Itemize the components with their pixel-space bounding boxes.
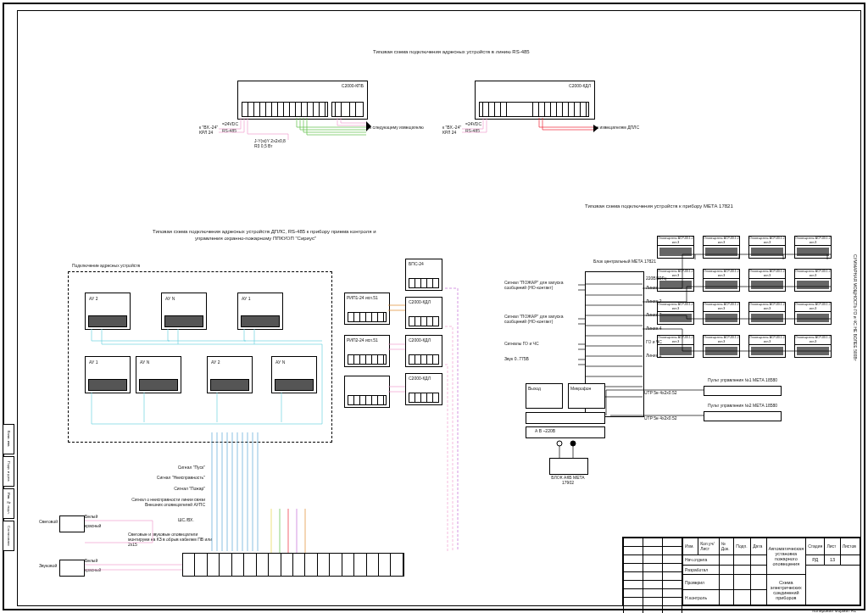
tb-h: Лист	[825, 538, 840, 555]
label: С2000-КДЛ	[409, 337, 431, 343]
amplifier: Оповещатель АСР-03.1.2 исп.3	[748, 269, 786, 292]
au-label: АУ 1	[89, 359, 97, 365]
revision-table	[622, 537, 683, 606]
rip-1: РИП1-24 исп.51	[344, 293, 390, 325]
amplifier-grid: Оповещатель АСР-03.1.2 исп.3Оповещатель …	[657, 236, 835, 368]
tb-project: Автоматическая установка пожарного опове…	[766, 538, 806, 575]
akb-block	[549, 458, 588, 475]
rip-label: РИП1-24 исп.51	[347, 295, 378, 300]
amplifier: Оповещатель АСР-03.1.2 исп.3	[703, 269, 740, 292]
au-label: АУ 2	[211, 359, 220, 365]
sounder-box	[59, 560, 85, 577]
edge-tab: Подп. и дата	[3, 456, 14, 487]
amplifier: Оповещатель АСР-03.1.2 исп.3	[794, 269, 832, 292]
kdl-1: С2000-КДЛ	[405, 297, 442, 329]
drawing-sheet: Взам. инв. Подп. и дата Инв. № подл. Сог…	[0, 0, 868, 613]
tb-role: Разработал	[683, 565, 720, 575]
long-terminal	[182, 553, 404, 577]
au-box: АУ 1	[237, 293, 283, 330]
central-note: Сигналы ГО и ЧС	[504, 341, 581, 346]
amp-label: Оповещатель АСР-03.1.2 исп.3	[704, 270, 739, 279]
label: Звуковой	[39, 563, 57, 568]
au-label: АУ N	[165, 296, 175, 301]
amplifier: Оповещатель АСР-03.1.2 исп.3	[657, 269, 694, 292]
terminal	[409, 354, 439, 365]
group-caption: Подключение адресных устройств	[72, 263, 140, 268]
amplifier: Оповещатель АСР-03.1.2 исп.3	[794, 236, 832, 259]
tb-col: Подп.	[734, 538, 751, 555]
au-box: АУ 1	[85, 356, 131, 393]
terminal	[409, 393, 439, 403]
device-s2000-kpb: С2000-КПБ	[237, 81, 368, 120]
terminal	[88, 379, 127, 391]
au-box: АУ 2	[207, 356, 253, 393]
amplifier: Оповещатель АСР-03.1.2 исп.3	[794, 335, 832, 358]
title-block: Изм. Кол.уч/Лист № Док. Подп. Дата Автом…	[682, 537, 861, 606]
label: С2000-КДЛ	[409, 376, 431, 381]
label: А В ~220В	[535, 428, 555, 433]
note-70: Световые и звуковые оповещатели монтируе…	[128, 532, 213, 547]
terminal	[348, 312, 387, 322]
central-title: Блок центральный МЕТА 17821	[591, 259, 659, 264]
terminal-strip	[479, 102, 589, 117]
amp-label: Оповещатель АСР-03.1.2 исп.3	[795, 237, 831, 246]
kdl-2: С2000-КДЛ	[405, 335, 442, 367]
device-label: С2000-КПБ	[342, 83, 364, 88]
terminal	[409, 316, 439, 326]
device-s2000-kdl: С2000-КДЛ	[475, 81, 595, 120]
signal-label: Сигнал "Пожар"	[112, 486, 205, 491]
terminal	[210, 379, 249, 391]
tb-col: Кол.уч/Лист	[698, 538, 720, 555]
amplifier: Оповещатель АСР-03.1.2 исп.3	[703, 335, 740, 358]
tb-sheet: 13	[825, 554, 840, 565]
terminal	[348, 395, 387, 405]
label: RS-485	[465, 128, 480, 133]
tb-role: Нач.отдела	[683, 554, 720, 565]
amp-label: Оповещатель АСР-03.1.2 исп.3	[704, 336, 739, 345]
tb-doc: Схема электрических соединений приборов	[766, 575, 806, 605]
label: Выход	[528, 386, 541, 391]
label: красный	[85, 523, 101, 528]
led-box	[59, 515, 85, 532]
pult1-box	[704, 386, 782, 396]
tb-h: Стадия	[806, 538, 825, 555]
au-label: АУ 2	[89, 296, 97, 301]
amp-label: Оповещатель АСР-03.1.2 исп.3	[749, 336, 785, 345]
au-box: АУ N	[161, 293, 207, 330]
central-note: Звук 0..775В	[504, 356, 581, 361]
note: к извещателям ДПЛС	[597, 125, 639, 130]
signal-label: Внешних оповещателей АУПС	[95, 502, 205, 507]
format-note: Копировал Формат А1	[812, 608, 856, 613]
tb-col: Изм.	[683, 538, 698, 555]
au-box: АУ N	[136, 356, 181, 393]
pult-label: Пульт управления №2 МЕТА 18580	[708, 403, 777, 408]
tb-col: № Док.	[719, 538, 734, 555]
terminal	[88, 315, 127, 327]
tb-stage: РД	[806, 554, 825, 565]
label: =24VDC	[222, 121, 238, 126]
label: Световой	[39, 519, 58, 524]
amp-label: Оповещатель АСР-03.1.2 исп.3	[795, 336, 831, 345]
terminal-strip	[331, 102, 364, 117]
amp-label: Оповещатель АСР-03.1.2 исп.3	[658, 270, 693, 279]
kdl-3: С2000-КДЛ	[405, 373, 442, 405]
au-box: АУ 2	[85, 293, 131, 330]
amplifier: Оповещатель АСР-03.1.2 исп.3	[657, 302, 694, 325]
signal-label: Сигнал "Неисправность"	[112, 475, 205, 480]
au-label: АУ N	[140, 359, 149, 365]
aux-bus	[526, 412, 605, 424]
tb-h: Листов	[840, 538, 860, 555]
label: КРЛ 24	[199, 130, 213, 135]
amplifier: Оповещатель АСР-03.1.2 исп.3	[748, 335, 786, 358]
section-title-mid-2: управления охранно-пожарному ППКУОП "Сир…	[195, 236, 316, 241]
amp-label: Оповещатель АСР-03.1.2 исп.3	[658, 303, 693, 312]
amplifier: Оповещатель АСР-03.1.2 исп.3	[657, 335, 694, 358]
amplifier: Оповещатель АСР-03.1.2 исп.3	[794, 302, 832, 325]
aux-mic: Микрофон	[568, 383, 605, 409]
utp-label: UTP 5e 4x2x0.52	[644, 415, 677, 421]
edge-tab: Взам. инв.	[3, 424, 14, 454]
ab-row: А В ~220В	[526, 426, 605, 438]
resistor-label: R3 0,5 Вт	[254, 143, 273, 148]
amplifier: Оповещатель АСР-03.1.2 исп.3	[703, 302, 740, 325]
akb-label: БЛОК АКБ МЕТА 17902	[549, 475, 587, 485]
